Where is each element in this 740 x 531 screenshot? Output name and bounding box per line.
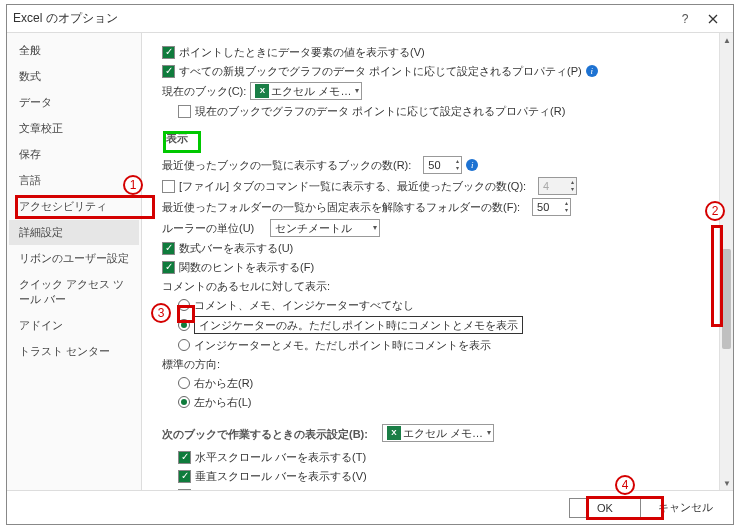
radio-rtl[interactable] xyxy=(178,377,190,389)
chevron-down-icon: ▾ xyxy=(355,83,359,99)
checkbox-sheet-tabs[interactable] xyxy=(178,489,191,491)
ruler-units-value: センチメートル xyxy=(275,220,369,236)
current-book-value: エクセル メモ… xyxy=(271,83,351,99)
label-rtl: 右から左(R) xyxy=(194,375,253,391)
section-display-next-book: 次のブックで作業するときの表示設定(B): xyxy=(162,426,368,442)
scroll-up-button[interactable]: ▲ xyxy=(720,33,733,47)
radio-ltr[interactable] xyxy=(178,396,190,408)
sidebar-item-accessibility[interactable]: アクセシビリティ xyxy=(9,194,139,219)
checkbox-all-new-books-props[interactable] xyxy=(162,65,175,78)
next-book-value: エクセル メモ… xyxy=(403,425,483,441)
scroll-down-button[interactable]: ▼ xyxy=(720,476,733,490)
label-hscroll: 水平スクロール バーを表示する(T) xyxy=(195,449,366,465)
chevron-down-icon: ▾ xyxy=(487,425,491,441)
sidebar-item-general[interactable]: 全般 xyxy=(9,38,139,63)
dialog-body: 全般 数式 データ 文章校正 保存 言語 アクセシビリティ 詳細設定 リボンのユ… xyxy=(7,33,733,490)
current-book-dropdown[interactable]: X エクセル メモ… ▾ xyxy=(250,82,362,100)
quick-access-value: 4 xyxy=(539,178,569,194)
label-ltr: 左から右(L) xyxy=(194,394,251,410)
recent-books-spinner[interactable]: 50 ▴▾ xyxy=(423,156,462,174)
label-vscroll: 垂直スクロール バーを表示する(V) xyxy=(195,468,367,484)
radio-comments-none[interactable] xyxy=(178,299,190,311)
label-point-value: ポイントしたときにデータ要素の値を表示する(V) xyxy=(179,44,425,60)
label-comments-none: コメント、メモ、インジケーターすべてなし xyxy=(194,297,414,313)
radio-comments-indicator-only[interactable] xyxy=(178,319,190,331)
content-scroll-area: ポイントしたときにデータ要素の値を表示する(V) すべての新規ブックでグラフのデ… xyxy=(142,33,719,490)
sidebar-item-formulas[interactable]: 数式 xyxy=(9,64,139,89)
label-comments-display: コメントのあるセルに対して表示: xyxy=(162,278,330,294)
label-recent-folders: 最近使ったフォルダーの一覧から固定表示を解除するフォルダーの数(F): xyxy=(162,199,520,215)
vertical-scrollbar[interactable]: ▲ ▼ xyxy=(719,33,733,490)
label-formula-bar: 数式バーを表示する(U) xyxy=(179,240,293,256)
options-dialog: Excel のオプション ? 全般 数式 データ 文章校正 保存 言語 アクセシ… xyxy=(6,4,734,525)
checkbox-current-book-props[interactable] xyxy=(178,105,191,118)
label-current-book-props: 現在のブックでグラフのデータ ポイントに応じて設定されるプロパティ(R) xyxy=(195,103,565,119)
label-current-book: 現在のブック(C): xyxy=(162,83,246,99)
next-book-dropdown[interactable]: X エクセル メモ… ▾ xyxy=(382,424,494,442)
excel-icon: X xyxy=(387,426,401,440)
sidebar-item-proofing[interactable]: 文章校正 xyxy=(9,116,139,141)
checkbox-formula-bar[interactable] xyxy=(162,242,175,255)
ok-button[interactable]: OK xyxy=(569,498,641,518)
sidebar-item-save[interactable]: 保存 xyxy=(9,142,139,167)
label-comments-indicator-memo: インジケーターとメモ。ただしポイント時にコメントを表示 xyxy=(194,337,491,353)
sidebar-item-language[interactable]: 言語 xyxy=(9,168,139,193)
category-sidebar: 全般 数式 データ 文章校正 保存 言語 アクセシビリティ 詳細設定 リボンのユ… xyxy=(7,33,142,490)
checkbox-point-value[interactable] xyxy=(162,46,175,59)
label-sheet-tabs: シート見出しを表示する(B) xyxy=(195,487,331,490)
close-button[interactable] xyxy=(699,7,727,31)
recent-folders-spinner[interactable]: 50 ▴▾ xyxy=(532,198,571,216)
label-default-direction: 標準の方向: xyxy=(162,356,220,372)
label-function-hints: 関数のヒントを表示する(F) xyxy=(179,259,314,275)
close-icon xyxy=(708,14,718,24)
label-all-new-books-props: すべての新規ブックでグラフのデータ ポイントに応じて設定されるプロパティ(P) xyxy=(179,63,582,79)
sidebar-item-data[interactable]: データ xyxy=(9,90,139,115)
cancel-button[interactable]: キャンセル xyxy=(649,497,721,518)
info-icon[interactable]: i xyxy=(466,159,478,171)
checkbox-vscroll[interactable] xyxy=(178,470,191,483)
section-display: 表示 xyxy=(162,128,192,149)
excel-icon: X xyxy=(255,84,269,98)
label-ruler-units: ルーラーの単位(U) xyxy=(162,220,254,236)
main-panel: ポイントしたときにデータ要素の値を表示する(V) すべての新規ブックでグラフのデ… xyxy=(142,33,733,490)
chevron-down-icon: ▾ xyxy=(373,220,377,236)
radio-comments-indicator-memo[interactable] xyxy=(178,339,190,351)
recent-books-value: 50 xyxy=(424,157,454,173)
sidebar-item-trust-center[interactable]: トラスト センター xyxy=(9,339,139,364)
titlebar: Excel のオプション ? xyxy=(7,5,733,33)
checkbox-quick-access-recent[interactable] xyxy=(162,180,175,193)
scrollbar-thumb[interactable] xyxy=(722,249,731,349)
label-comments-indicator-only: インジケーターのみ。ただしポイント時にコメントとメモを表示 xyxy=(194,316,523,334)
sidebar-item-customize-ribbon[interactable]: リボンのユーザー設定 xyxy=(9,246,139,271)
dialog-title: Excel のオプション xyxy=(13,10,671,27)
sidebar-item-advanced[interactable]: 詳細設定 xyxy=(9,220,139,245)
dialog-footer: OK キャンセル xyxy=(7,490,733,524)
label-recent-books: 最近使ったブックの一覧に表示するブックの数(R): xyxy=(162,157,411,173)
sidebar-item-quick-access[interactable]: クイック アクセス ツール バー xyxy=(9,272,139,312)
help-button[interactable]: ? xyxy=(671,7,699,31)
info-icon[interactable]: i xyxy=(586,65,598,77)
ruler-units-dropdown[interactable]: センチメートル ▾ xyxy=(270,219,380,237)
label-quick-access-recent: [ファイル] タブのコマンド一覧に表示する、最近使ったブックの数(Q): xyxy=(179,178,526,194)
sidebar-item-addins[interactable]: アドイン xyxy=(9,313,139,338)
quick-access-spinner: 4 ▴▾ xyxy=(538,177,577,195)
checkbox-function-hints[interactable] xyxy=(162,261,175,274)
recent-folders-value: 50 xyxy=(533,199,563,215)
checkbox-hscroll[interactable] xyxy=(178,451,191,464)
